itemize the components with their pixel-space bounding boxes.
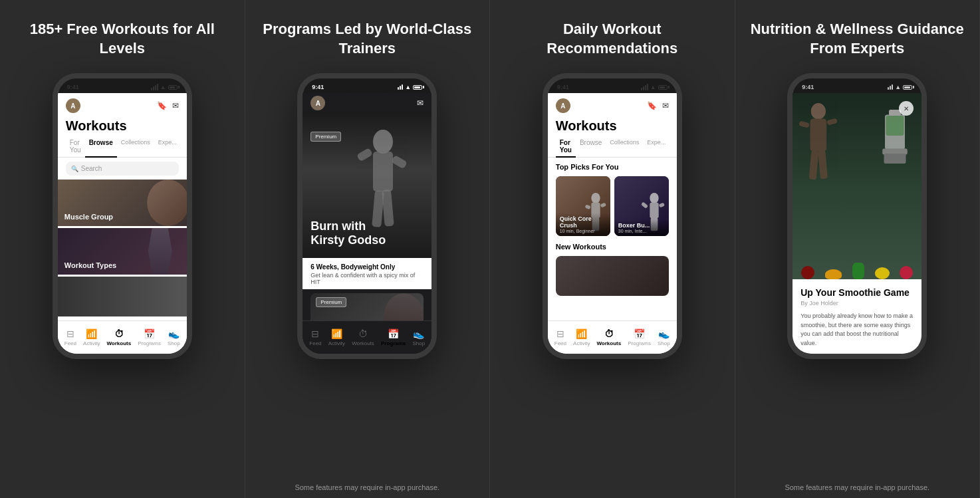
search-icon-1: 🔍 xyxy=(71,166,78,172)
tab-browse-1[interactable]: Browse xyxy=(85,136,117,158)
phone-3: 9:41 ▲ A 🔖 ✉ Workouts xyxy=(543,73,682,359)
pick-card-2[interactable]: Boxer Bu... 30 min, Inte... xyxy=(614,176,669,236)
tab-collections-3[interactable]: Collections xyxy=(606,136,643,158)
panel-2-title: Programs Led by World-Class Trainers xyxy=(259,20,477,60)
nav-activity-label-1: Activity xyxy=(83,340,100,346)
svg-rect-23 xyxy=(818,150,828,179)
shop-icon-3: 👟 xyxy=(658,328,670,339)
nav-feed-label-1: Feed xyxy=(64,340,76,346)
programs-icon-3: 📅 xyxy=(634,328,645,339)
notch-3 xyxy=(586,78,639,92)
svg-rect-1 xyxy=(373,152,393,191)
category-muscle[interactable]: Muscle Group xyxy=(58,180,187,226)
prog-header: A ✉ xyxy=(303,93,431,112)
tab-explore-1[interactable]: Expe... xyxy=(154,136,181,158)
nav-activity-3[interactable]: 📶 Activity xyxy=(573,328,590,346)
tab-collections-1[interactable]: Collections xyxy=(117,136,154,158)
new-workout-card[interactable] xyxy=(556,256,669,296)
phone-1: 9:41 ▲ A 🔖 ✉ Workouts xyxy=(53,73,192,359)
pick-1-title: Quick Core Crush xyxy=(560,215,606,229)
wifi-icon-2: ▲ xyxy=(405,84,411,90)
avatar-1: A xyxy=(66,98,80,113)
nav-programs-label-1: Programs xyxy=(138,340,161,346)
nav-workouts-3[interactable]: ⏱ Workouts xyxy=(596,328,621,346)
nutrition-article: Up Your Smoothie Game By Joe Holder You … xyxy=(793,279,921,354)
nav-programs-1[interactable]: 📅 Programs xyxy=(138,328,161,346)
nav-feed-2[interactable]: ⊟ Feed xyxy=(309,328,321,346)
nav-programs-2[interactable]: 📅 Programs xyxy=(381,328,406,346)
signal-icon-2 xyxy=(398,84,403,90)
svg-rect-8 xyxy=(584,204,590,209)
notch-4 xyxy=(830,78,884,92)
mail-icon-3[interactable]: ✉ xyxy=(662,101,669,110)
svg-rect-22 xyxy=(809,150,819,180)
time-4: 9:41 xyxy=(802,84,814,90)
nutrition-hero: ✕ xyxy=(793,93,921,279)
category-workout[interactable]: Workout Types xyxy=(58,228,187,275)
panel-programs: Programs Led by World-Class Trainers 9:4… xyxy=(245,0,491,498)
signal-icon-3 xyxy=(641,84,648,90)
panel-nutrition: Nutrition & Wellness Guidance From Exper… xyxy=(735,0,981,498)
program-title: Burn with Kirsty Godso xyxy=(310,219,386,248)
tab-explore-3[interactable]: Expe... xyxy=(643,136,670,158)
time-1: 9:41 xyxy=(67,84,79,90)
tab-for-you-1[interactable]: For You xyxy=(66,136,85,158)
program-title-text: Burn with Kirsty Godso xyxy=(310,219,386,247)
feed-icon-2: ⊟ xyxy=(311,328,319,339)
nav-activity-2[interactable]: 📶 Activity xyxy=(328,328,345,346)
mail-icon-2[interactable]: ✉ xyxy=(417,98,424,108)
battery-icon-3 xyxy=(658,85,668,90)
phone-2: 9:41 ▲ A ✉ xyxy=(297,73,437,359)
app-header-1: A 🔖 ✉ xyxy=(58,93,187,116)
bookmark-icon-1[interactable]: 🔖 xyxy=(157,101,167,110)
tabs-3: For You Browse Collections Expe... xyxy=(548,136,677,158)
app-title-3: Workouts xyxy=(548,116,677,136)
nav-shop-label-2: Shop xyxy=(412,340,425,346)
activity-icon-3: 📶 xyxy=(576,328,587,339)
new-workouts-title: New Workouts xyxy=(556,243,669,251)
battery-icon-1 xyxy=(168,85,178,90)
prog-header-icons: ✉ xyxy=(417,98,424,108)
svg-rect-14 xyxy=(641,201,648,209)
shop-icon-2: 👟 xyxy=(413,328,424,339)
search-bar-1[interactable]: 🔍 Search xyxy=(66,162,179,176)
battery-icon-2 xyxy=(413,85,422,90)
program-desc: Get lean & confident with a spicy mix of… xyxy=(310,272,424,285)
bookmark-icon-3[interactable]: 🔖 xyxy=(647,101,657,110)
nav-programs-3[interactable]: 📅 Programs xyxy=(628,328,651,346)
avatar-3: A xyxy=(556,98,570,113)
svg-rect-27 xyxy=(884,154,906,164)
battery-icon-4 xyxy=(903,85,912,90)
premium-badge-2: Premium xyxy=(316,297,346,307)
nav-workouts-label-1: Workouts xyxy=(106,340,131,346)
status-icons-2: ▲ xyxy=(398,84,422,90)
category-explore[interactable] xyxy=(58,277,187,316)
close-icon: ✕ xyxy=(904,105,909,112)
nav-workouts-1[interactable]: ⏱ Workouts xyxy=(106,328,131,346)
panel-recommendations: Daily Workout Recommendations 9:41 ▲ A 🔖 xyxy=(490,0,735,498)
pick-card-1[interactable]: Quick Core Crush 10 min, Beginner xyxy=(556,176,610,236)
nav-feed-1[interactable]: ⊟ Feed xyxy=(64,328,76,346)
svg-rect-9 xyxy=(600,203,606,208)
bottom-nav-1: ⊟ Feed 📶 Activity ⏱ Workouts 📅 Programs … xyxy=(58,320,187,354)
phone-4: 9:41 ▲ xyxy=(787,73,927,359)
feed-icon-1: ⊟ xyxy=(66,328,74,339)
article-title: Up Your Smoothie Game xyxy=(800,287,914,298)
screen-4: ✕ Up Your Smoothie Game By Joe Holder Yo… xyxy=(793,93,921,354)
shop-icon-1: 👟 xyxy=(168,328,180,339)
nav-workouts-2[interactable]: ⏱ Workouts xyxy=(352,328,374,346)
svg-rect-20 xyxy=(798,121,810,128)
panel-4-note: Some features may require in-app purchas… xyxy=(735,483,980,491)
tab-for-you-3[interactable]: For You xyxy=(556,136,576,158)
pick-2-sub: 30 min, Inte... xyxy=(618,229,665,233)
signal-icon-4 xyxy=(888,84,893,90)
nav-shop-2[interactable]: 👟 Shop xyxy=(412,328,425,346)
nav-shop-1[interactable]: 👟 Shop xyxy=(168,328,180,346)
nav-activity-1[interactable]: 📶 Activity xyxy=(83,328,100,346)
feed-icon-3: ⊟ xyxy=(556,328,564,339)
tab-browse-3[interactable]: Browse xyxy=(576,136,606,158)
svg-point-18 xyxy=(811,103,826,120)
nav-shop-3[interactable]: 👟 Shop xyxy=(658,328,670,346)
nav-feed-3[interactable]: ⊟ Feed xyxy=(554,328,566,346)
mail-icon-1[interactable]: ✉ xyxy=(172,101,179,110)
